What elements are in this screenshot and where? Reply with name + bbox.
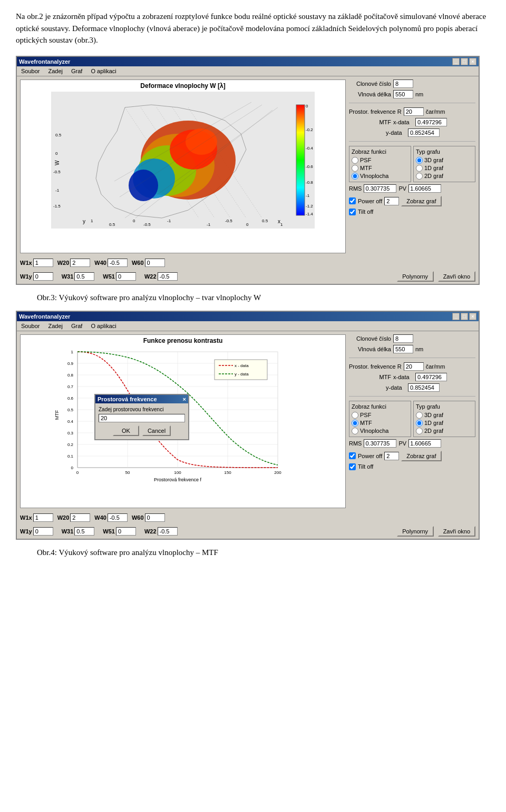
dialog-close-icon[interactable]: × bbox=[183, 396, 186, 402]
svg-text:-1: -1 bbox=[207, 222, 211, 227]
power-off-value-1[interactable] bbox=[384, 197, 399, 205]
svg-text:0.2: 0.2 bbox=[67, 442, 74, 447]
typ-grafu-title-1: Typ grafu bbox=[416, 148, 473, 155]
ydata-input-2[interactable] bbox=[408, 383, 440, 392]
close-btn-2[interactable]: × bbox=[469, 313, 476, 320]
menu-zadej-1[interactable]: Zadej bbox=[46, 67, 65, 75]
menu-graf-2[interactable]: Graf bbox=[69, 322, 84, 330]
svg-text:-1.5: -1.5 bbox=[53, 204, 61, 209]
coeff-w1x-input-1[interactable] bbox=[33, 259, 53, 267]
coeff-w60-input-1[interactable] bbox=[145, 259, 165, 267]
radio-mtf-1[interactable] bbox=[352, 165, 358, 172]
polynorny-btn-2[interactable]: Polynorny bbox=[397, 526, 434, 537]
coeff-w31-label-1: W31 bbox=[62, 273, 74, 280]
xdata-input-2[interactable] bbox=[415, 373, 447, 381]
rms-input-2[interactable] bbox=[364, 439, 396, 448]
radio-mtf-item-2: MTF bbox=[352, 420, 408, 427]
menu-o-aplikaci-2[interactable]: O aplikaci bbox=[89, 322, 118, 330]
radio-2d-1[interactable] bbox=[416, 173, 423, 180]
coeff-w20-input-1[interactable] bbox=[70, 259, 90, 267]
prostor-freq-unit-2: čar/mm bbox=[426, 363, 445, 370]
svg-text:0.5: 0.5 bbox=[67, 408, 74, 412]
maximize-btn-2[interactable]: □ bbox=[461, 313, 468, 320]
coeff-w40-input-1[interactable] bbox=[108, 259, 128, 267]
power-off-checkbox-1[interactable] bbox=[349, 197, 356, 204]
radio-1d-2[interactable] bbox=[416, 420, 423, 427]
coeff-w31-input-2[interactable] bbox=[74, 527, 94, 536]
clonove-cislo-input-1[interactable] bbox=[393, 80, 413, 88]
minimize-btn-1[interactable]: _ bbox=[452, 58, 460, 65]
prostor-freq-input-1[interactable] bbox=[404, 107, 424, 116]
coeff-w1y-input-1[interactable] bbox=[33, 272, 53, 281]
vlnova-delka-input-1[interactable] bbox=[393, 90, 413, 98]
coeff-w60-input-2[interactable] bbox=[145, 513, 165, 522]
radio-vlnoplocha-2[interactable] bbox=[352, 428, 358, 434]
radio-mtf-label-2: MTF bbox=[360, 420, 372, 426]
menu-soubor-1[interactable]: Soubor bbox=[19, 67, 42, 75]
radio-2d-2[interactable] bbox=[416, 428, 423, 434]
sections-row-2: Zobraz funkci PSF MTF Vlnoplocha bbox=[349, 401, 475, 437]
coeff-w20-input-2[interactable] bbox=[70, 513, 90, 522]
clonove-cislo-group-2: Clonové číslo bbox=[349, 334, 475, 343]
clonove-cislo-input-2[interactable] bbox=[393, 334, 413, 343]
radio-1d-label-2: 1D graf bbox=[424, 420, 443, 426]
power-off-value-2[interactable] bbox=[384, 452, 399, 460]
coeff-w22-input-1[interactable] bbox=[158, 272, 178, 281]
vlnova-delka-group-1: Vlnová délka nm bbox=[349, 90, 475, 98]
prostor-freq-input-2[interactable] bbox=[404, 362, 424, 371]
coeff-w1x-input-2[interactable] bbox=[33, 513, 53, 522]
mtf-ydata-group-1: y-data bbox=[386, 128, 475, 137]
dialog-freq-input[interactable] bbox=[99, 414, 185, 422]
radio-3d-1[interactable] bbox=[416, 157, 423, 164]
coeff-w40-input-2[interactable] bbox=[108, 513, 128, 522]
pv-input-1[interactable] bbox=[408, 184, 441, 193]
coeff-w1y-input-2[interactable] bbox=[33, 527, 53, 536]
menu-zadej-2[interactable]: Zadej bbox=[46, 322, 65, 330]
radio-psf-1[interactable] bbox=[352, 157, 358, 164]
svg-text:x - data: x - data bbox=[235, 363, 249, 368]
svg-text:-1.4: -1.4 bbox=[306, 212, 313, 216]
power-off-checkbox-row-1: Power off bbox=[349, 197, 399, 205]
dialog-title-bar: Prostorová frekvence × bbox=[95, 395, 188, 403]
radio-2d-label-1: 2D graf bbox=[424, 173, 443, 179]
radio-psf-item-2: PSF bbox=[352, 412, 408, 419]
typ-grafu-title-2: Typ grafu bbox=[416, 403, 473, 410]
zavri-okno-btn-2[interactable]: Zavři okno bbox=[438, 526, 475, 537]
left-panel-1: Deformace vlnoplochy W [λ] y x W 0.5 0 -… bbox=[20, 80, 346, 253]
coeff-w20-label-2: W20 bbox=[57, 514, 70, 521]
maximize-btn-1[interactable]: □ bbox=[461, 58, 468, 65]
coeff-w22-input-2[interactable] bbox=[158, 527, 178, 536]
tilt-off-checkbox-2[interactable] bbox=[349, 463, 356, 470]
coeff-w22-label-1: W22 bbox=[144, 273, 157, 280]
radio-vlnoplocha-1[interactable] bbox=[352, 173, 358, 180]
xdata-input-1[interactable] bbox=[415, 118, 447, 126]
typ-grafu-box-2: Typ grafu 3D graf 1D graf 2D graf bbox=[413, 401, 475, 437]
radio-1d-1[interactable] bbox=[416, 165, 423, 172]
rms-label-1: RMS bbox=[349, 185, 362, 192]
rms-input-1[interactable] bbox=[364, 184, 396, 193]
radio-mtf-2[interactable] bbox=[352, 420, 358, 427]
svg-text:-0.4: -0.4 bbox=[306, 146, 313, 151]
dialog-cancel-btn[interactable]: Cancel bbox=[142, 425, 171, 436]
zavri-okno-btn-1[interactable]: Zavři okno bbox=[438, 271, 475, 282]
vlnova-delka-input-2[interactable] bbox=[393, 345, 413, 353]
coeff-w51-input-1[interactable] bbox=[116, 272, 136, 281]
close-btn-1[interactable]: × bbox=[469, 58, 476, 65]
minimize-btn-2[interactable]: _ bbox=[452, 313, 460, 320]
coeff-w31-input-1[interactable] bbox=[74, 272, 94, 281]
tilt-off-checkbox-1[interactable] bbox=[349, 209, 356, 215]
polynorny-btn-1[interactable]: Polynorny bbox=[397, 271, 434, 282]
coeff-w51-input-2[interactable] bbox=[116, 527, 136, 536]
zobraz-graf-btn-2[interactable]: Zobraz graf bbox=[401, 451, 441, 461]
svg-text:50: 50 bbox=[125, 470, 130, 475]
zobraz-graf-btn-1[interactable]: Zobraz graf bbox=[401, 196, 441, 206]
dialog-ok-btn[interactable]: OK bbox=[113, 425, 139, 436]
ydata-input-1[interactable] bbox=[408, 128, 440, 137]
menu-soubor-2[interactable]: Soubor bbox=[19, 322, 42, 330]
radio-psf-2[interactable] bbox=[352, 412, 358, 419]
power-off-checkbox-2[interactable] bbox=[349, 452, 356, 459]
menu-graf-1[interactable]: Graf bbox=[69, 67, 84, 75]
radio-3d-2[interactable] bbox=[416, 412, 423, 419]
menu-o-aplikaci-1[interactable]: O aplikaci bbox=[89, 67, 118, 75]
pv-input-2[interactable] bbox=[408, 439, 441, 448]
